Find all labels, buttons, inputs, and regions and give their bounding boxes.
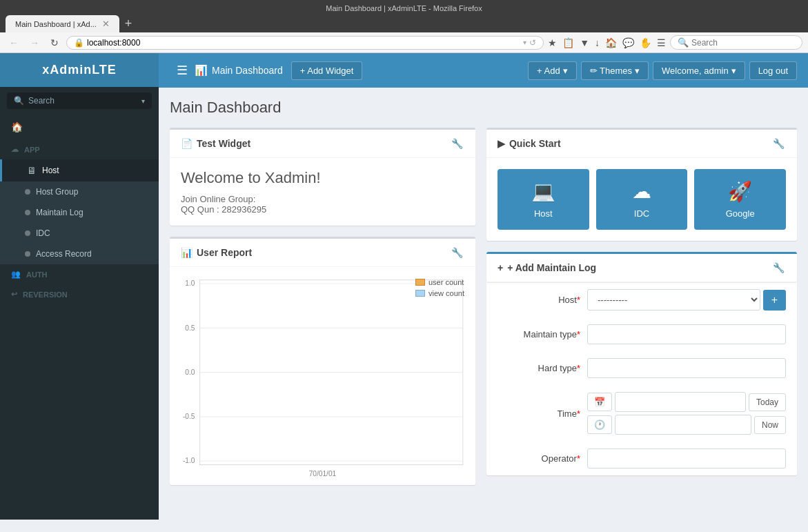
nav-search: 🔍 (670, 35, 802, 50)
today-btn[interactable]: Today (749, 393, 786, 411)
quick-start-title: ▶ Quick Start (497, 138, 561, 149)
test-widget-wrench-btn[interactable]: 🔧 (450, 137, 464, 150)
chart-legend: user count view count (415, 278, 464, 297)
sidebar-section-app: ☁ App (0, 139, 159, 159)
download-icon[interactable]: ↓ (595, 37, 600, 48)
qs-idc-icon: ☁ (632, 180, 651, 203)
reading-list-icon[interactable]: 📋 (562, 37, 574, 48)
chat-icon[interactable]: 💬 (622, 37, 634, 48)
themes-btn[interactable]: ✏ Themes ▾ (581, 61, 649, 80)
logout-label: Log out (758, 66, 788, 76)
hand-icon[interactable]: ✋ (640, 37, 651, 48)
clock-icon-btn[interactable]: 🕐 (587, 415, 612, 434)
host-group-label: Host Group (36, 187, 78, 197)
maintain-log-wrench-btn[interactable]: 🔧 (771, 261, 786, 275)
add-btn[interactable]: + Add ▾ (528, 61, 577, 80)
refresh-btn[interactable]: ↻ (47, 36, 62, 50)
chart-container: user count view count 1.0 (175, 273, 470, 480)
time-fields: 📅 Today 🕐 Now (587, 392, 786, 435)
user-report-header: 📊 User Report 🔧 (170, 239, 475, 267)
new-tab-btn[interactable]: + (121, 17, 137, 31)
dashboard-breadcrumb-icon: 📊 (195, 64, 208, 77)
themes-caret-icon: ▾ (635, 66, 640, 76)
reload-icon[interactable]: ↺ (529, 38, 536, 48)
home-icon[interactable]: 🏠 (605, 37, 617, 48)
host-select-wrapper: ---------- + (587, 289, 786, 311)
host-add-btn[interactable]: + (763, 290, 786, 311)
test-widget-title: 📄 Test Widget (181, 138, 250, 149)
page-title: Main Dashboard (170, 99, 797, 117)
quick-start-box: ▶ Quick Start 🔧 💻 Host (486, 128, 797, 241)
qs-google-label: Google (726, 208, 755, 219)
auth-section-label: Auth (26, 270, 48, 279)
form-group-time: Time* 📅 Today 🕐 (486, 385, 797, 442)
cloud-icon: ☁ (11, 145, 19, 154)
time-row: 🕐 Now (587, 415, 786, 435)
maintain-log-title: + + Add Maintain Log (497, 262, 596, 273)
welcome-btn[interactable]: Welcome, admin ▾ (653, 61, 745, 80)
quick-start-body: 💻 Host ☁ IDC 🚀 Google (486, 158, 797, 241)
sidebar-item-idc[interactable]: IDC (0, 223, 159, 244)
user-report-wrench-btn[interactable]: 🔧 (450, 246, 464, 259)
user-report-body: user count view count 1.0 (170, 267, 475, 485)
now-btn[interactable]: Now (754, 416, 786, 434)
tab-close-btn[interactable]: ✕ (102, 19, 110, 29)
qs-idc-btn[interactable]: ☁ IDC (596, 169, 688, 230)
time-input[interactable] (615, 415, 751, 435)
host-select[interactable]: ---------- (587, 289, 760, 311)
forward-btn[interactable]: → (26, 36, 43, 50)
add-caret-icon: ▾ (563, 66, 568, 76)
hard-type-input[interactable] (587, 358, 786, 378)
quick-start-wrench-btn[interactable]: 🔧 (771, 137, 786, 150)
qs-host-btn[interactable]: 💻 Host (497, 169, 589, 230)
bookmark-icon[interactable]: ★ (548, 37, 557, 48)
pocket-icon[interactable]: ▼ (580, 37, 589, 48)
browser-title: Main Dashboard | xAdminLTE - Mozilla Fir… (6, 4, 802, 15)
sidebar-search-wrapper: 🔍 Search ▾ (0, 87, 159, 115)
sidebar-item-host-group[interactable]: Host Group (0, 181, 159, 202)
top-header: ☰ 📊 Main Dashboard + Add Widget + Add ▾ … (159, 53, 808, 88)
time-label: Time* (497, 408, 580, 419)
welcome-label: Welcome, admin (662, 66, 729, 76)
monitor-icon: 🖥 (27, 165, 37, 176)
main-area: ☰ 📊 Main Dashboard + Add Widget + Add ▾ … (159, 53, 808, 520)
sidebar-item-host[interactable]: 🖥 Host (0, 159, 159, 181)
add-widget-label: + Add Widget (300, 66, 354, 76)
date-row: 📅 Today (587, 392, 786, 412)
date-input[interactable] (615, 392, 746, 412)
reversion-section-label: Reversion (23, 290, 68, 299)
sidebar-item-home[interactable]: 🏠 (0, 115, 159, 139)
sidebar-search-btn[interactable]: 🔍 Search ▾ (7, 92, 152, 109)
form-group-maintain-type: Maintain type* (486, 317, 797, 351)
address-input[interactable] (87, 38, 520, 48)
test-widget-body: Welcome to Xadmin! Join Online Group: QQ… (170, 158, 475, 226)
welcome-caret-icon: ▾ (731, 66, 736, 76)
back-btn[interactable]: ← (6, 36, 22, 50)
sidebar-toggle-btn[interactable]: ☰ (170, 63, 195, 78)
sidebar-item-maintain-log[interactable]: Maintain Log (0, 202, 159, 223)
sidebar-item-access-record[interactable]: Access Record (0, 244, 159, 264)
search-input[interactable] (691, 38, 795, 48)
menu-icon[interactable]: ☰ (657, 37, 666, 48)
calendar-icon-btn[interactable]: 📅 (587, 393, 612, 411)
chart-svg: 1.0 0.5 0.0 -0.5 -1.0 (175, 273, 470, 480)
add-widget-btn[interactable]: + Add Widget (291, 61, 363, 80)
qs-google-btn[interactable]: 🚀 Google (694, 169, 786, 230)
widget-row: 📄 Test Widget 🔧 Welcome to Xadmin! Join … (170, 128, 797, 496)
operator-input[interactable] (587, 449, 786, 469)
main-content: Main Dashboard 📄 Test Widget 🔧 (159, 88, 808, 520)
maintain-type-input[interactable] (587, 324, 786, 344)
idc-label: IDC (36, 228, 50, 238)
access-record-label: Access Record (36, 249, 92, 259)
logout-btn[interactable]: Log out (749, 61, 797, 80)
host-label: Host (42, 166, 59, 175)
browser-tabbar: Main Dashboard | xAd... ✕ + (6, 15, 802, 32)
form-group-operator: Operator* (486, 442, 797, 475)
sidebar-menu: 🏠 ☁ App 🖥 Host (0, 115, 159, 304)
sidebar-section-auth: 👥 Auth (0, 264, 159, 284)
quick-start-tools: 🔧 (771, 137, 786, 150)
maintain-type-required-star: * (577, 329, 580, 339)
browser-tab-active[interactable]: Main Dashboard | xAd... ✕ (6, 15, 119, 32)
left-column: 📄 Test Widget 🔧 Welcome to Xadmin! Join … (170, 128, 475, 496)
legend-user-label: user count (428, 278, 464, 286)
